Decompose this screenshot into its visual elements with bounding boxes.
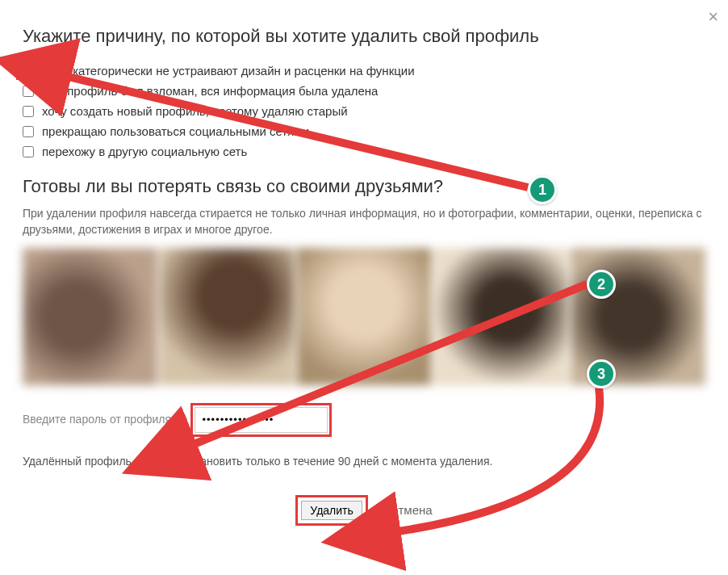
password-label: Введите пароль от профиля ? [23,413,187,426]
help-icon[interactable]: ? [176,413,187,425]
restore-note: Удалённый профиль можно восстановить тол… [23,455,705,468]
reasons-list: меня категорически не устраивают дизайн … [23,63,705,158]
reason-item[interactable]: меня категорически не устраивают дизайн … [23,63,705,78]
highlight-box-checkbox [19,63,33,78]
delete-warning-text: При удалении профиля навсегда стирается … [23,205,705,238]
highlight-box-delete: Удалить [295,495,367,526]
reason-checkbox[interactable] [23,86,34,97]
delete-button[interactable]: Удалить [301,501,362,520]
annotation-badge-1: 1 [528,175,557,204]
close-icon[interactable]: × [708,8,718,26]
reason-item[interactable]: хочу создать новый профиль, поэтому удал… [23,104,705,118]
avatar [160,248,295,385]
reason-checkbox[interactable] [23,126,34,137]
reason-checkbox[interactable] [20,65,31,76]
highlight-box-password [190,403,332,437]
avatar [297,248,432,385]
reason-item[interactable]: мой профиль был взломан, вся информация … [23,84,705,98]
reason-label: прекращаю пользоваться социальными сетям… [42,124,309,138]
reason-item[interactable]: перехожу в другую социальную сеть [23,145,705,158]
reason-label: перехожу в другую социальную сеть [42,145,247,158]
actions-row: Удалить Отмена [23,495,705,526]
page-title-reason: Укажите причину, по которой вы хотите уд… [23,26,705,47]
reason-label: хочу создать новый профиль, поэтому удал… [42,104,348,118]
password-input[interactable] [195,407,328,433]
reason-checkbox[interactable] [23,146,34,157]
reason-label: меня категорически не устраивают дизайн … [41,64,415,78]
page-title-friends: Готовы ли вы потерять связь со своими др… [23,176,705,197]
avatar [23,248,157,385]
reason-item[interactable]: прекращаю пользоваться социальными сетям… [23,124,705,138]
reason-checkbox[interactable] [23,106,34,117]
reason-label: мой профиль был взломан, вся информация … [42,84,378,98]
annotation-badge-2: 2 [587,270,616,299]
avatar [433,248,568,385]
password-label-text: Введите пароль от профиля [23,413,171,426]
annotation-badge-3: 3 [587,359,616,388]
cancel-button[interactable]: Отмена [389,503,433,517]
